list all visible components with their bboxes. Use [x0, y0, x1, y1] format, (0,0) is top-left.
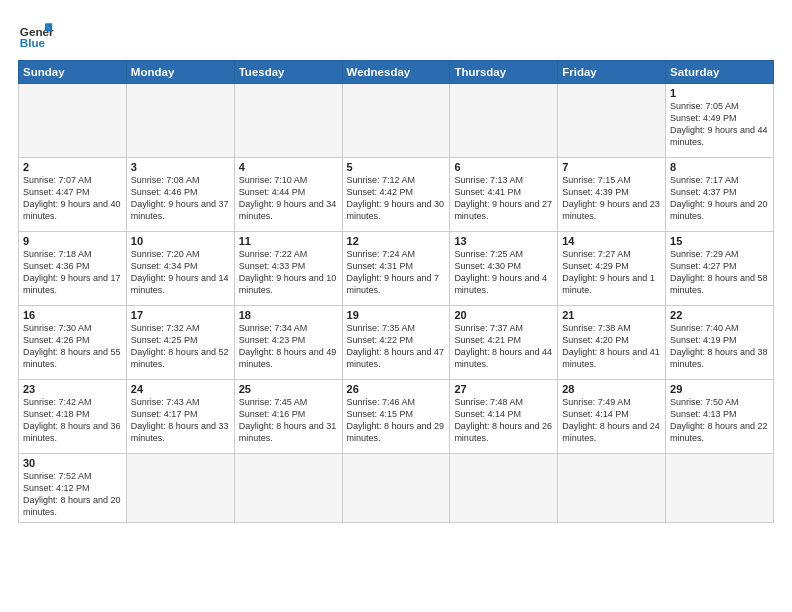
day-info: Sunrise: 7:18 AM Sunset: 4:36 PM Dayligh… — [23, 248, 122, 297]
day-info: Sunrise: 7:29 AM Sunset: 4:27 PM Dayligh… — [670, 248, 769, 297]
calendar-week-3: 9Sunrise: 7:18 AM Sunset: 4:36 PM Daylig… — [19, 232, 774, 306]
weekday-header-thursday: Thursday — [450, 61, 558, 84]
day-number: 19 — [347, 309, 446, 321]
day-number: 26 — [347, 383, 446, 395]
calendar-cell: 22Sunrise: 7:40 AM Sunset: 4:19 PM Dayli… — [666, 306, 774, 380]
day-info: Sunrise: 7:15 AM Sunset: 4:39 PM Dayligh… — [562, 174, 661, 223]
day-info: Sunrise: 7:32 AM Sunset: 4:25 PM Dayligh… — [131, 322, 230, 371]
calendar-cell: 26Sunrise: 7:46 AM Sunset: 4:15 PM Dayli… — [342, 380, 450, 454]
calendar-week-6: 30Sunrise: 7:52 AM Sunset: 4:12 PM Dayli… — [19, 454, 774, 523]
calendar-week-4: 16Sunrise: 7:30 AM Sunset: 4:26 PM Dayli… — [19, 306, 774, 380]
calendar-cell: 10Sunrise: 7:20 AM Sunset: 4:34 PM Dayli… — [126, 232, 234, 306]
day-number: 28 — [562, 383, 661, 395]
logo-icon: General Blue — [18, 16, 54, 52]
weekday-header-monday: Monday — [126, 61, 234, 84]
day-info: Sunrise: 7:25 AM Sunset: 4:30 PM Dayligh… — [454, 248, 553, 297]
weekday-header-sunday: Sunday — [19, 61, 127, 84]
calendar-cell: 12Sunrise: 7:24 AM Sunset: 4:31 PM Dayli… — [342, 232, 450, 306]
weekday-header-friday: Friday — [558, 61, 666, 84]
calendar-cell: 7Sunrise: 7:15 AM Sunset: 4:39 PM Daylig… — [558, 158, 666, 232]
calendar-cell — [234, 454, 342, 523]
calendar-cell: 21Sunrise: 7:38 AM Sunset: 4:20 PM Dayli… — [558, 306, 666, 380]
calendar-cell: 6Sunrise: 7:13 AM Sunset: 4:41 PM Daylig… — [450, 158, 558, 232]
weekday-header-wednesday: Wednesday — [342, 61, 450, 84]
calendar-cell — [234, 84, 342, 158]
day-number: 6 — [454, 161, 553, 173]
day-number: 10 — [131, 235, 230, 247]
day-info: Sunrise: 7:38 AM Sunset: 4:20 PM Dayligh… — [562, 322, 661, 371]
day-number: 29 — [670, 383, 769, 395]
logo: General Blue — [18, 16, 58, 52]
day-number: 21 — [562, 309, 661, 321]
day-number: 1 — [670, 87, 769, 99]
day-info: Sunrise: 7:46 AM Sunset: 4:15 PM Dayligh… — [347, 396, 446, 445]
day-number: 17 — [131, 309, 230, 321]
day-number: 30 — [23, 457, 122, 469]
day-number: 8 — [670, 161, 769, 173]
calendar-cell: 2Sunrise: 7:07 AM Sunset: 4:47 PM Daylig… — [19, 158, 127, 232]
day-number: 18 — [239, 309, 338, 321]
calendar-cell: 15Sunrise: 7:29 AM Sunset: 4:27 PM Dayli… — [666, 232, 774, 306]
calendar-cell — [126, 84, 234, 158]
calendar-cell: 1Sunrise: 7:05 AM Sunset: 4:49 PM Daylig… — [666, 84, 774, 158]
day-number: 24 — [131, 383, 230, 395]
day-number: 16 — [23, 309, 122, 321]
calendar-cell — [558, 84, 666, 158]
day-info: Sunrise: 7:22 AM Sunset: 4:33 PM Dayligh… — [239, 248, 338, 297]
weekday-header-saturday: Saturday — [666, 61, 774, 84]
day-info: Sunrise: 7:49 AM Sunset: 4:14 PM Dayligh… — [562, 396, 661, 445]
calendar-cell — [450, 84, 558, 158]
calendar-cell — [19, 84, 127, 158]
calendar-cell — [666, 454, 774, 523]
calendar-cell: 20Sunrise: 7:37 AM Sunset: 4:21 PM Dayli… — [450, 306, 558, 380]
day-info: Sunrise: 7:20 AM Sunset: 4:34 PM Dayligh… — [131, 248, 230, 297]
weekday-header-row: SundayMondayTuesdayWednesdayThursdayFrid… — [19, 61, 774, 84]
day-info: Sunrise: 7:24 AM Sunset: 4:31 PM Dayligh… — [347, 248, 446, 297]
day-info: Sunrise: 7:48 AM Sunset: 4:14 PM Dayligh… — [454, 396, 553, 445]
calendar-cell — [342, 454, 450, 523]
day-info: Sunrise: 7:27 AM Sunset: 4:29 PM Dayligh… — [562, 248, 661, 297]
calendar-cell — [558, 454, 666, 523]
day-number: 11 — [239, 235, 338, 247]
day-number: 14 — [562, 235, 661, 247]
day-number: 13 — [454, 235, 553, 247]
day-number: 20 — [454, 309, 553, 321]
calendar-cell: 16Sunrise: 7:30 AM Sunset: 4:26 PM Dayli… — [19, 306, 127, 380]
day-number: 15 — [670, 235, 769, 247]
calendar-cell: 13Sunrise: 7:25 AM Sunset: 4:30 PM Dayli… — [450, 232, 558, 306]
day-info: Sunrise: 7:30 AM Sunset: 4:26 PM Dayligh… — [23, 322, 122, 371]
day-info: Sunrise: 7:10 AM Sunset: 4:44 PM Dayligh… — [239, 174, 338, 223]
calendar-cell: 23Sunrise: 7:42 AM Sunset: 4:18 PM Dayli… — [19, 380, 127, 454]
day-number: 2 — [23, 161, 122, 173]
calendar-week-5: 23Sunrise: 7:42 AM Sunset: 4:18 PM Dayli… — [19, 380, 774, 454]
day-number: 7 — [562, 161, 661, 173]
svg-text:Blue: Blue — [20, 36, 46, 49]
day-info: Sunrise: 7:13 AM Sunset: 4:41 PM Dayligh… — [454, 174, 553, 223]
calendar-cell — [450, 454, 558, 523]
day-info: Sunrise: 7:12 AM Sunset: 4:42 PM Dayligh… — [347, 174, 446, 223]
day-number: 23 — [23, 383, 122, 395]
day-number: 4 — [239, 161, 338, 173]
calendar-table: SundayMondayTuesdayWednesdayThursdayFrid… — [18, 60, 774, 523]
calendar-cell: 19Sunrise: 7:35 AM Sunset: 4:22 PM Dayli… — [342, 306, 450, 380]
calendar-cell: 8Sunrise: 7:17 AM Sunset: 4:37 PM Daylig… — [666, 158, 774, 232]
day-info: Sunrise: 7:45 AM Sunset: 4:16 PM Dayligh… — [239, 396, 338, 445]
day-number: 3 — [131, 161, 230, 173]
calendar-cell: 5Sunrise: 7:12 AM Sunset: 4:42 PM Daylig… — [342, 158, 450, 232]
day-info: Sunrise: 7:08 AM Sunset: 4:46 PM Dayligh… — [131, 174, 230, 223]
calendar-cell: 27Sunrise: 7:48 AM Sunset: 4:14 PM Dayli… — [450, 380, 558, 454]
calendar-cell: 9Sunrise: 7:18 AM Sunset: 4:36 PM Daylig… — [19, 232, 127, 306]
calendar-cell: 14Sunrise: 7:27 AM Sunset: 4:29 PM Dayli… — [558, 232, 666, 306]
header: General Blue — [18, 16, 774, 52]
day-number: 9 — [23, 235, 122, 247]
calendar-cell — [126, 454, 234, 523]
weekday-header-tuesday: Tuesday — [234, 61, 342, 84]
calendar-cell — [342, 84, 450, 158]
calendar-cell: 3Sunrise: 7:08 AM Sunset: 4:46 PM Daylig… — [126, 158, 234, 232]
calendar-week-1: 1Sunrise: 7:05 AM Sunset: 4:49 PM Daylig… — [19, 84, 774, 158]
day-info: Sunrise: 7:42 AM Sunset: 4:18 PM Dayligh… — [23, 396, 122, 445]
calendar-cell: 28Sunrise: 7:49 AM Sunset: 4:14 PM Dayli… — [558, 380, 666, 454]
day-info: Sunrise: 7:52 AM Sunset: 4:12 PM Dayligh… — [23, 470, 122, 519]
day-info: Sunrise: 7:17 AM Sunset: 4:37 PM Dayligh… — [670, 174, 769, 223]
day-info: Sunrise: 7:50 AM Sunset: 4:13 PM Dayligh… — [670, 396, 769, 445]
